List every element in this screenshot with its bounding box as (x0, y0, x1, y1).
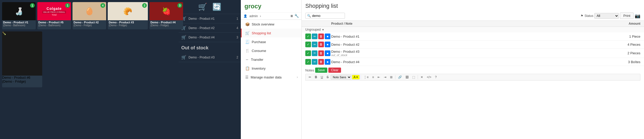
clear-button[interactable]: Clear (328, 68, 341, 73)
editor-underline-btn[interactable]: U (319, 75, 325, 80)
editor-image-btn[interactable]: 🖼 (404, 75, 410, 80)
delete-btn-3[interactable]: 🗑 (318, 50, 324, 56)
nav-item-consume[interactable]: 🍴 Consume (241, 46, 301, 55)
check-btn-1[interactable]: ✓ (305, 34, 311, 39)
product-card-3[interactable]: 🥐 2 Demo - Product #3 (Demo - Fridge) (108, 2, 148, 29)
info-btn-2[interactable]: ■ (325, 42, 330, 47)
card-image-3: 🥐 (108, 2, 148, 20)
table-row-3: ✓ ✏ 🗑 ■ Demo - Product #3 out_of_stock 2… (302, 49, 644, 58)
product-card-5[interactable]: Colgate VALUE PACK 2×500mL Total 1 Demo … (37, 2, 71, 29)
item-count-0: 1 (236, 17, 238, 21)
main-nav: 📦 Stock overview 🛒 Shopping list 🧾 Purch… (241, 20, 301, 82)
brand-logo: grocy (244, 3, 261, 10)
admin-bar: 👤 admin › (243, 14, 261, 18)
separator-3 (418, 75, 418, 79)
row-amount-1: 1 Piece (620, 35, 640, 38)
edit-btn-3[interactable]: ✏ (312, 50, 317, 56)
middle-item-oos-0[interactable]: 🛒 Demo - Product #3 2 (179, 53, 241, 62)
editor-code-btn[interactable]: </> (425, 75, 433, 80)
editor-help-btn[interactable]: ? (433, 75, 438, 80)
product-card-2[interactable]: 🥚 4 Demo - Product #2 (Demo - Fridge) (73, 2, 106, 29)
font-selector[interactable]: Noto Sans (331, 75, 351, 80)
editor-table-btn[interactable]: ⊞ (388, 75, 394, 80)
badge-3: 2 (142, 3, 147, 8)
editor-list-ol-btn[interactable]: ≡ (371, 75, 375, 80)
text-color-btn[interactable]: A ▼ (352, 75, 360, 80)
row-actions-1: ✓ ✏ 🗑 ■ (305, 34, 331, 39)
editor-remove-btn[interactable]: ✕ (419, 75, 425, 80)
badge-1: 1 (30, 3, 35, 8)
editor-bold-btn[interactable]: B (313, 75, 319, 80)
item-count-1: 4 (236, 26, 238, 30)
card-sub-2: (Demo - Fridge) (73, 24, 106, 27)
edit-btn-4[interactable]: ✏ (312, 59, 317, 65)
filter-bar: ⚑ Status All In stock Out of stock Print… (581, 12, 640, 19)
table-row-4: ✓ ✏ 🗑 ■ Demo - Product #4 3 Boîtes (302, 58, 644, 66)
page-title: Shopping list (302, 0, 644, 11)
nav-panel: grocy 👤 admin › ≡ 🔧 📦 Stock overview 🛒 S… (241, 0, 302, 139)
info-btn-3[interactable]: ■ (325, 50, 330, 56)
delete-btn-4[interactable]: 🗑 (318, 59, 324, 65)
badge-4: 3 (177, 3, 182, 8)
delete-btn-2[interactable]: 🗑 (318, 42, 324, 47)
editor-indent-btn[interactable]: ⇥ (382, 75, 388, 80)
table-header: Product / Note Amount (302, 21, 644, 27)
editor-list-ul-btn[interactable]: ⋮≡ (362, 75, 370, 80)
middle-item-2[interactable]: 🛒 Demo - Product #4 3 (179, 33, 241, 42)
save-button[interactable]: Save (315, 68, 327, 73)
group-caret: ▼ (322, 28, 324, 31)
editor-strike-btn[interactable]: S (325, 75, 330, 80)
nav-item-purchase[interactable]: 🧾 Purchase (241, 37, 301, 46)
nav-item-stock-overview[interactable]: 📦 Stock overview (241, 20, 301, 29)
editor-pencil-btn[interactable]: ✏ (307, 75, 313, 80)
wrench-icon[interactable]: 🔧 (294, 14, 299, 18)
row-actions-2: ✓ ✏ 🗑 ■ (305, 42, 331, 47)
row-product-4: Demo - Product #4 (331, 60, 620, 64)
search-input[interactable] (312, 14, 343, 18)
product-card-4[interactable]: 🍓 3 Demo - Product #4 (Demo - Fridge) (149, 2, 183, 29)
card-name-1: Demo - Product #1 (2, 20, 36, 24)
notes-toolbar: Notes Save Clear (305, 68, 640, 73)
editor-media-btn[interactable]: ⬚ (411, 75, 417, 80)
card-name-3: Demo - Product #3 (108, 20, 148, 24)
notes-section: Notes Save Clear ✏ B U S Noto Sans A ▼ ⋮… (302, 66, 644, 82)
product-card-1[interactable]: 🍶 1 Demo - Product #1 (Demo - Bathroom) (2, 2, 36, 29)
group-label: Ungrouped (305, 28, 321, 31)
row-product-1: Demo - Product #1 (331, 35, 620, 38)
middle-panel: 🛒 🔄 🛒 Demo - Product #1 1 🛒 Demo - Produ… (179, 0, 241, 139)
card-name-5: Demo - Product #5 (37, 20, 71, 24)
check-btn-3[interactable]: ✓ (305, 50, 311, 56)
nav-item-inventory[interactable]: 📋 Inventory (241, 64, 301, 73)
nav-item-shopping-list[interactable]: 🛒 Shopping list (241, 29, 301, 37)
badge-5: 1 (65, 3, 70, 8)
row-product-3: Demo - Product #3 out_of_stock (331, 50, 620, 57)
status-filter-select[interactable]: All In stock Out of stock (594, 13, 619, 19)
filter-label: Status (584, 14, 593, 18)
item-name-0: Demo - Product #1 (189, 17, 236, 21)
card-sub-4: (Demo - Fridge) (149, 24, 183, 27)
nav-item-manage-master[interactable]: ☰ Manage master data › (241, 73, 301, 82)
print-button[interactable]: Print (620, 12, 634, 19)
middle-item-0[interactable]: 🛒 Demo - Product #1 1 (179, 14, 241, 23)
nav-label-consume: Consume (252, 49, 266, 53)
check-btn-2[interactable]: ✓ (305, 42, 311, 47)
cart-icon[interactable]: 🛒 (198, 3, 207, 11)
edit-btn-1[interactable]: ✏ (312, 34, 317, 39)
check-btn-4[interactable]: ✓ (305, 59, 311, 65)
editor-outdent-btn[interactable]: ⇤ (376, 75, 382, 80)
edit-btn-2[interactable]: ✏ (312, 42, 317, 47)
menu-icon[interactable]: ≡ (291, 14, 293, 18)
delete-btn-1[interactable]: 🗑 (318, 34, 324, 39)
notes-label: Notes (305, 68, 314, 72)
nav-label-manage: Manage master data (251, 75, 281, 79)
barcode-icon[interactable]: 📷 (635, 13, 640, 19)
col-check-header (305, 22, 331, 25)
product-card-6[interactable]: 🍾 Demo - Product #6 (Demo - Fridge) (2, 31, 42, 87)
middle-item-1[interactable]: 🛒 Demo - Product #2 4 (179, 23, 241, 33)
nav-item-transfer[interactable]: ↔ Transfer (241, 55, 301, 64)
info-btn-1[interactable]: ■ (325, 34, 330, 39)
info-btn-4[interactable]: ■ (325, 59, 330, 65)
editor-link-btn[interactable]: 🔗 (396, 75, 403, 80)
refresh-icon[interactable]: 🔄 (212, 3, 221, 11)
caret-icon: › (260, 14, 261, 18)
